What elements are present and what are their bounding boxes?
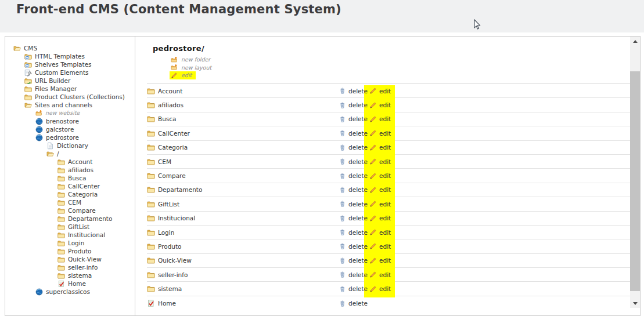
tree-item-files-manager[interactable]: Files Manager [5, 85, 135, 93]
delete-button[interactable]: delete [339, 226, 368, 239]
list-row-callcenter: CallCenterdeleteedit [147, 126, 630, 140]
row-name: afiliados [147, 98, 184, 111]
edit-button[interactable]: edit [369, 212, 391, 225]
edit-button[interactable]: edit [369, 268, 391, 281]
trash-icon [339, 242, 346, 250]
list-row-seller-info: seller-infodeleteedit [147, 268, 630, 282]
trash-icon [339, 87, 346, 95]
tree-item-cem[interactable]: CEM [5, 198, 135, 206]
delete-button[interactable]: delete [339, 169, 368, 182]
tree-item-root[interactable]: / [5, 150, 135, 158]
edit-action[interactable]: edit [170, 71, 196, 79]
tree-item-institucional[interactable]: Institucional [5, 231, 135, 239]
tree-item-giftlist[interactable]: GiftList [5, 223, 135, 231]
pencil-icon [369, 257, 377, 264]
tree-item-url-builder[interactable]: URL Builder [5, 77, 135, 85]
tree-item-account[interactable]: Account [5, 158, 135, 166]
delete-button[interactable]: delete [339, 239, 368, 253]
delete-button[interactable]: delete [339, 296, 368, 310]
scroll-up-button[interactable] [630, 37, 640, 46]
scroll-down-button[interactable] [630, 299, 640, 308]
current-path-title: pedrostore/ [153, 44, 204, 53]
delete-button[interactable]: delete [339, 197, 368, 210]
tree-item-sites-and-channels[interactable]: Sites and channels [5, 101, 135, 109]
delete-button[interactable]: delete [339, 282, 368, 295]
tree-item-departamento[interactable]: Departamento [5, 215, 135, 223]
scrollbar[interactable] [630, 37, 640, 308]
tree-item-callcenter[interactable]: CallCenter [5, 182, 135, 190]
tree-item-superclassicos[interactable]: superclassicos [5, 288, 135, 296]
edit-button[interactable]: edit [369, 98, 391, 111]
tree-item-shelves-templates[interactable]: Shelves Templates [5, 60, 135, 68]
tree-item-product-clusters-collections[interactable]: Product Clusters (Collections) [5, 93, 135, 101]
pencil-icon [369, 186, 377, 194]
delete-button[interactable]: delete [339, 254, 368, 267]
tree-item-compare[interactable]: Compare [5, 206, 135, 215]
edit-button[interactable]: edit [369, 183, 391, 197]
folder-closed-icon [147, 242, 155, 250]
row-name-label: Categoria [158, 144, 188, 151]
edit-button[interactable]: edit [369, 169, 391, 182]
trash-icon [339, 300, 346, 307]
edit-label: edit [379, 130, 391, 137]
new-item-icon [171, 56, 178, 63]
tree-item-categoria[interactable]: Categoria [5, 190, 135, 198]
tree-item-pedrostore[interactable]: pedrostore [5, 133, 135, 141]
tree-item-afiliados[interactable]: afiliados [5, 166, 135, 174]
folder-closed-icon [57, 183, 65, 190]
edit-button[interactable]: edit [369, 141, 391, 154]
delete-button[interactable]: delete [339, 98, 368, 111]
edit-button[interactable]: edit [369, 155, 391, 168]
tree-item-quick-view[interactable]: Quick-View [5, 255, 135, 263]
edit-button[interactable]: edit [369, 282, 391, 295]
tree-item-sistema[interactable]: sistema [5, 271, 135, 279]
delete-button[interactable]: delete [339, 183, 368, 197]
edit-button[interactable]: edit [369, 254, 391, 267]
row-name: Login [147, 226, 174, 239]
tree-item-busca[interactable]: Busca [5, 174, 135, 182]
tree-item-new-website[interactable]: new website [5, 109, 135, 117]
edit-button[interactable]: edit [369, 239, 391, 253]
tree-item-label: Departamento [68, 215, 112, 223]
edit-button[interactable]: edit [369, 84, 391, 97]
row-name: Home [147, 296, 176, 310]
new-layout-action[interactable]: new layout [170, 64, 215, 72]
tree-item-dictionary[interactable]: Dictionary [5, 141, 135, 150]
tree-item-cms[interactable]: CMS [5, 44, 135, 52]
delete-label: delete [348, 300, 368, 307]
delete-button[interactable]: delete [339, 141, 368, 154]
tree-item-label: URL Builder [35, 77, 70, 85]
edit-button[interactable]: edit [369, 197, 391, 210]
list-row-produto: Produtodeleteedit [147, 239, 630, 253]
edit-button[interactable]: edit [369, 126, 391, 140]
tree-item-custom-elements[interactable]: Custom Elements [5, 68, 135, 77]
tree-item-seller-info[interactable]: seller-info [5, 263, 135, 271]
globe-icon [35, 118, 43, 125]
tree-item-galcstore[interactable]: galcstore [5, 125, 135, 133]
folder-open-icon [24, 101, 32, 109]
delete-button[interactable]: delete [339, 212, 368, 225]
folder-closed-icon [147, 200, 155, 208]
list-row-quick-view: Quick-Viewdeleteedit [147, 254, 630, 268]
delete-button[interactable]: delete [339, 126, 368, 140]
edit-button[interactable]: edit [369, 112, 391, 126]
delete-button[interactable]: delete [339, 84, 368, 97]
tree-item-html-templates[interactable]: HTML Templates [5, 52, 135, 60]
delete-button[interactable]: delete [339, 112, 368, 126]
tree-item-label: Busca [68, 174, 87, 182]
delete-button[interactable]: delete [339, 268, 368, 281]
edit-label: edit [379, 201, 391, 208]
new-folder-action[interactable]: new folder [170, 56, 214, 64]
tree-item-login[interactable]: Login [5, 239, 135, 247]
delete-label: delete [348, 215, 368, 221]
main-panel: pedrostore/ new foldernew layoutedit Acc… [135, 37, 630, 315]
scrollbar-thumb[interactable] [630, 71, 640, 291]
tree-item-label: Quick-View [68, 255, 102, 263]
tree-item-produto[interactable]: Produto [5, 247, 135, 255]
tree-item-home[interactable]: Home [5, 279, 135, 288]
delete-button[interactable]: delete [339, 155, 368, 168]
edit-button[interactable]: edit [369, 226, 391, 239]
folder-closed-icon [57, 272, 65, 279]
pencil-icon [369, 271, 377, 278]
tree-item-brenostore[interactable]: brenostore [5, 117, 135, 125]
